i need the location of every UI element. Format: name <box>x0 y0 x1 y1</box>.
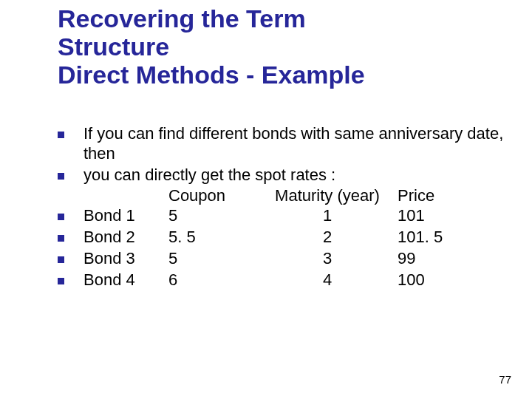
bullet-item: you can directly get the spot rates : <box>58 166 508 185</box>
bond-name: Bond 2 <box>83 228 168 248</box>
col-header-maturity: Maturity (year) <box>257 186 398 206</box>
table-row: Bond 4 6 4 100 <box>58 270 508 290</box>
bond-coupon: 5 <box>168 206 257 226</box>
bullet-icon <box>58 235 64 242</box>
bond-name: Bond 4 <box>83 270 168 290</box>
col-header-price: Price <box>398 186 464 206</box>
bond-coupon: 6 <box>168 270 257 290</box>
bond-price: 99 <box>398 249 464 269</box>
bond-price: 100 <box>398 270 464 290</box>
page-number: 77 <box>499 373 511 386</box>
intro-line-1: If you can find different bonds with sam… <box>83 124 508 164</box>
title-line-1: Recovering the Term <box>58 4 306 33</box>
bullet-icon <box>58 173 64 180</box>
title-line-3: Direct Methods - Example <box>58 61 365 89</box>
table-header-row: Coupon Maturity (year) Price <box>83 186 508 206</box>
bond-coupon: 5 <box>168 249 257 269</box>
bullet-item: If you can find different bonds with sam… <box>58 124 508 164</box>
slide-title: Recovering the Term Structure Direct Met… <box>58 4 501 89</box>
bullet-icon <box>58 256 64 263</box>
slide: Recovering the Term Structure Direct Met… <box>0 0 532 399</box>
bullet-icon <box>58 132 64 138</box>
bond-maturity: 1 <box>257 206 398 226</box>
table-row: Bond 2 5. 5 2 101. 5 <box>58 228 508 248</box>
table-row: Bond 1 5 1 101 <box>58 206 508 226</box>
bond-coupon: 5. 5 <box>168 228 257 248</box>
bond-price: 101 <box>398 206 464 226</box>
bond-name: Bond 1 <box>83 206 168 226</box>
col-header-coupon: Coupon <box>168 186 257 206</box>
bullet-icon <box>58 278 64 284</box>
table-row: Bond 3 5 3 99 <box>58 249 508 269</box>
title-line-2: Structure <box>58 33 169 61</box>
bond-price: 101. 5 <box>398 228 464 248</box>
bond-name: Bond 3 <box>83 249 168 269</box>
intro-line-2: you can directly get the spot rates : <box>83 166 508 185</box>
bullet-icon <box>58 214 64 220</box>
bond-maturity: 3 <box>257 249 398 269</box>
bond-maturity: 4 <box>257 270 398 290</box>
slide-body: If you can find different bonds with sam… <box>58 124 508 292</box>
bond-maturity: 2 <box>257 228 398 248</box>
